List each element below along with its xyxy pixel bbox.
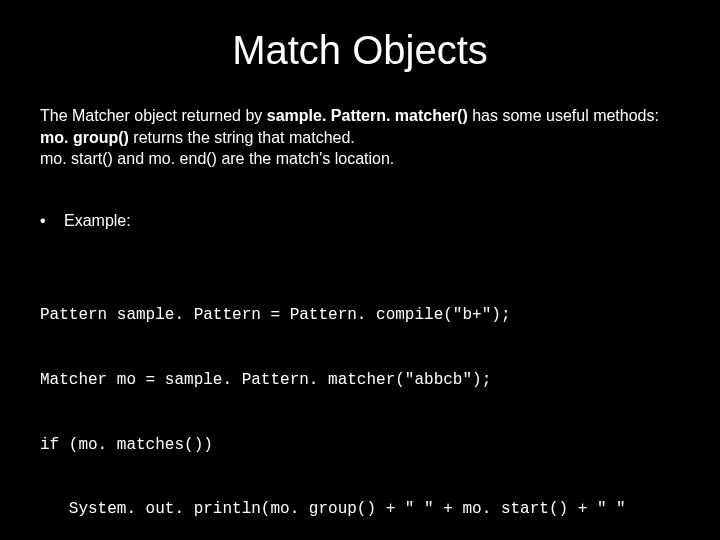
intro-line-2: mo. group() returns the string that matc… [40,127,680,149]
text: returns the string that matched. [129,129,355,146]
bullet-dot-icon: • [40,212,64,230]
code-line: Pattern sample. Pattern = Pattern. compi… [40,305,680,327]
slide: Match Objects The Matcher object returne… [0,28,720,540]
text-bold: mo. group() [40,129,129,146]
slide-title: Match Objects [40,28,680,73]
example-bullet: • Example: [40,212,680,230]
intro-line-1: The Matcher object returned by sample. P… [40,105,680,127]
intro-line-3: mo. start() and mo. end() are the match'… [40,148,680,170]
code-line: if (mo. matches()) [40,435,680,457]
code-line: System. out. println(mo. group() + " " +… [40,499,680,521]
text-bold: sample. Pattern. matcher() [267,107,468,124]
example-label: Example: [64,212,131,230]
text: The Matcher object returned by [40,107,267,124]
code-line: Matcher mo = sample. Pattern. matcher("a… [40,370,680,392]
text: has some useful methods: [468,107,659,124]
intro-text: The Matcher object returned by sample. P… [40,105,680,170]
code-block: Pattern sample. Pattern = Pattern. compi… [40,262,680,540]
